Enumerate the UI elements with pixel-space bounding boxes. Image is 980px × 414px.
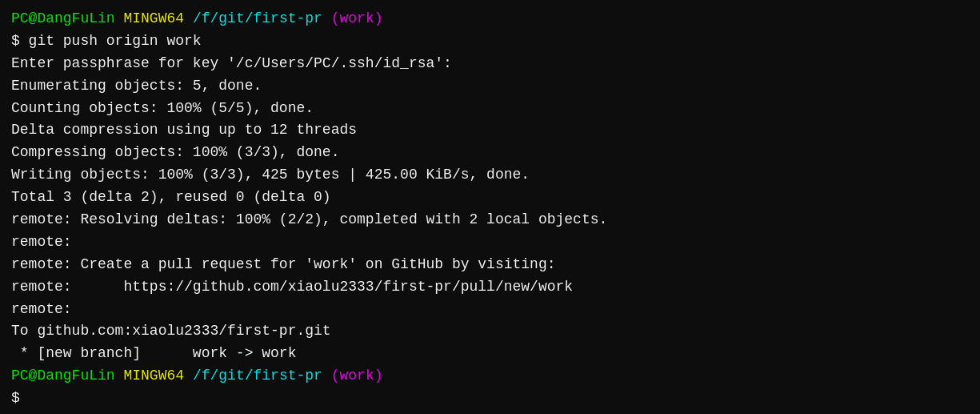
terminal-line: Total 3 (delta 2), reused 0 (delta 0) [11, 187, 969, 209]
terminal-line: Counting objects: 100% (5/5), done. [11, 98, 969, 120]
terminal-line: remote: [11, 299, 969, 321]
terminal-line: Writing objects: 100% (3/3), 425 bytes |… [11, 164, 969, 187]
terminal-line: $ [11, 388, 969, 410]
terminal-line: remote: [11, 231, 969, 254]
terminal-line: remote: Resolving deltas: 100% (2/2), co… [11, 209, 969, 231]
terminal-line: To github.com:xiaolu2333/first-pr.git [11, 320, 969, 343]
terminal-window: PC@DangFuLin MINGW64 /f/git/first-pr (wo… [0, 0, 980, 414]
terminal-line: Enumerating objects: 5, done. [11, 75, 969, 98]
terminal-line: PC@DangFuLin MINGW64 /f/git/first-pr (wo… [11, 365, 969, 388]
terminal-line: Delta compression using up to 12 threads [11, 119, 969, 142]
terminal-line: Compressing objects: 100% (3/3), done. [11, 142, 969, 164]
terminal-line: remote: Create a pull request for 'work'… [11, 254, 969, 276]
terminal-line: $ git push origin work [11, 30, 969, 53]
terminal-line: remote: https://github.com/xiaolu2333/fi… [11, 276, 969, 299]
terminal-line: Enter passphrase for key '/c/Users/PC/.s… [11, 53, 969, 75]
terminal-line: * [new branch] work -> work [11, 343, 969, 365]
terminal-line: PC@DangFuLin MINGW64 /f/git/first-pr (wo… [11, 8, 969, 30]
